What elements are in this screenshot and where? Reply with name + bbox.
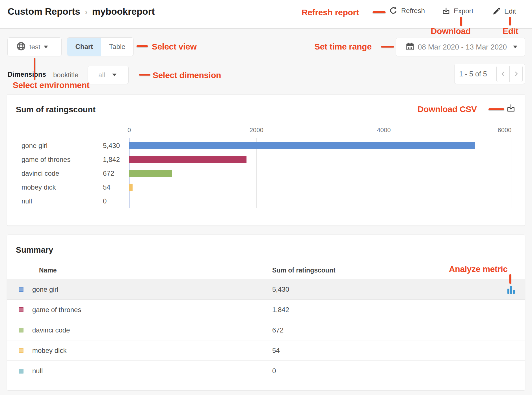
annotation-line — [139, 74, 150, 76]
axis-tick-label: 4000 — [377, 126, 391, 134]
tab-chart[interactable]: Chart — [67, 38, 101, 56]
refresh-label: Refresh — [401, 7, 425, 15]
annotation-line — [381, 46, 394, 48]
chart-row: game of thrones1,842 — [7, 153, 525, 166]
prev-page-button[interactable] — [496, 66, 510, 82]
series-color-swatch — [19, 348, 23, 353]
table-row[interactable]: null0 — [7, 361, 525, 381]
series-color-swatch — [19, 328, 23, 332]
chart-title: Sum of ratingscount — [16, 105, 96, 114]
bar — [129, 142, 475, 149]
breadcrumb-chevron-icon: › — [85, 7, 88, 17]
summary-table-body: gone girl5,430 game of thrones1,842davin… — [7, 279, 525, 381]
chevron-down-icon — [112, 72, 116, 78]
chart-value-label: 672 — [103, 169, 129, 177]
breadcrumb-custom-reports[interactable]: Custom Reports — [8, 6, 80, 17]
row-name: davinci code — [32, 326, 272, 334]
tab-table[interactable]: Table — [101, 38, 133, 56]
download-csv-icon[interactable] — [506, 104, 516, 114]
chart-row: gone girl5,430 — [7, 139, 525, 153]
chart-category-label: mobey dick — [7, 183, 103, 191]
page-header: Custom Reports › mybookreport Refresh Ex… — [0, 0, 532, 29]
series-color-swatch — [19, 307, 23, 312]
export-label: Export — [454, 7, 473, 15]
bar-track — [129, 184, 511, 191]
bar-track — [129, 170, 511, 177]
next-page-button[interactable] — [509, 66, 523, 82]
dimension-value-select[interactable]: all — [88, 66, 129, 84]
dimension-name: booktitle — [53, 71, 78, 79]
chart-value-label: 54 — [103, 183, 129, 191]
axis-tick-label: 6000 — [498, 126, 512, 134]
chart-value-label: 5,430 — [103, 142, 129, 150]
time-range-value: 08 Mar 2020 - 13 Mar 2020 — [418, 43, 507, 51]
row-value: 5,430 — [272, 285, 525, 293]
chart-axis-labels: 0200040006000 — [7, 126, 525, 133]
chart-category-label: davinci code — [7, 169, 103, 177]
annotation-select-dimension: Select dimension — [153, 70, 221, 80]
breadcrumb: Custom Reports › mybookreport — [8, 6, 155, 17]
row-name: mobey dick — [32, 347, 272, 355]
refresh-button[interactable]: Refresh — [389, 6, 425, 15]
row-name: game of thrones — [32, 306, 272, 314]
bar-track — [129, 156, 511, 163]
environment-select[interactable]: test — [7, 37, 62, 56]
dimension-value: all — [98, 71, 105, 79]
pencil-icon — [492, 7, 501, 16]
dimensions-label: Dimensions — [8, 70, 46, 78]
export-button[interactable]: Export — [442, 7, 473, 15]
time-range-select[interactable]: 08 Mar 2020 - 13 Mar 2020 — [396, 38, 525, 56]
environment-value: test — [29, 43, 40, 51]
column-header-value: Sum of ratingscount — [272, 267, 525, 274]
chart-category-label: game of thrones — [7, 156, 103, 164]
table-row[interactable]: gone girl5,430 — [7, 279, 525, 300]
row-name: null — [32, 367, 272, 375]
summary-title: Summary — [16, 245, 53, 255]
row-name: gone girl — [32, 285, 272, 293]
row-value: 1,842 — [272, 306, 525, 314]
summary-table-header: Name Sum of ratingscount — [7, 262, 525, 279]
chevron-down-icon — [513, 44, 517, 50]
table-row[interactable]: davinci code672 — [7, 320, 525, 340]
chart-value-label: 1,842 — [103, 156, 129, 164]
axis-tick-label: 0 — [127, 126, 131, 134]
series-color-swatch — [19, 287, 23, 292]
table-row[interactable]: game of thrones1,842 — [7, 300, 525, 320]
row-value: 0 — [272, 367, 525, 375]
chart-row: mobey dick54 — [7, 180, 525, 194]
table-row[interactable]: mobey dick54 — [7, 340, 525, 361]
axis-tick-label: 2000 — [250, 126, 263, 134]
download-icon — [442, 7, 450, 15]
chart-row: null0 — [7, 194, 525, 208]
breadcrumb-report-name: mybookreport — [92, 6, 155, 17]
pagination: 1 - 5 of 5 — [454, 64, 525, 84]
chart-category-label: gone girl — [7, 142, 103, 150]
annotation-line — [137, 45, 148, 47]
chart-plot: gone girl5,430game of thrones1,842davinc… — [7, 139, 525, 208]
bar — [129, 184, 133, 191]
bar — [129, 170, 172, 177]
chart-card: Sum of ratingscount 0200040006000 gone g… — [7, 94, 525, 226]
annotation-select-view: Select view — [152, 42, 196, 51]
view-toggle: Chart Table — [67, 37, 134, 56]
summary-card: Summary Name Sum of ratingscount gone gi… — [7, 235, 525, 390]
bar-track — [129, 198, 511, 205]
row-value: 672 — [272, 326, 525, 334]
calendar-icon — [406, 42, 414, 52]
chart-row: davinci code672 — [7, 166, 525, 180]
globe-icon — [16, 41, 26, 52]
refresh-icon — [389, 6, 398, 15]
row-value: 54 — [272, 347, 525, 355]
chevron-down-icon — [44, 44, 48, 50]
analyze-metric-icon[interactable] — [507, 285, 515, 295]
column-header-name: Name — [39, 267, 272, 274]
annotation-set-time-range: Set time range — [314, 42, 372, 51]
chart-category-label: null — [7, 197, 103, 205]
bar — [129, 156, 246, 163]
chart-value-label: 0 — [103, 197, 129, 205]
annotation-select-environment: Select environment — [13, 80, 89, 90]
series-color-swatch — [19, 369, 23, 373]
edit-label: Edit — [504, 7, 516, 15]
edit-button[interactable]: Edit — [492, 7, 516, 16]
bar-track — [129, 142, 511, 149]
